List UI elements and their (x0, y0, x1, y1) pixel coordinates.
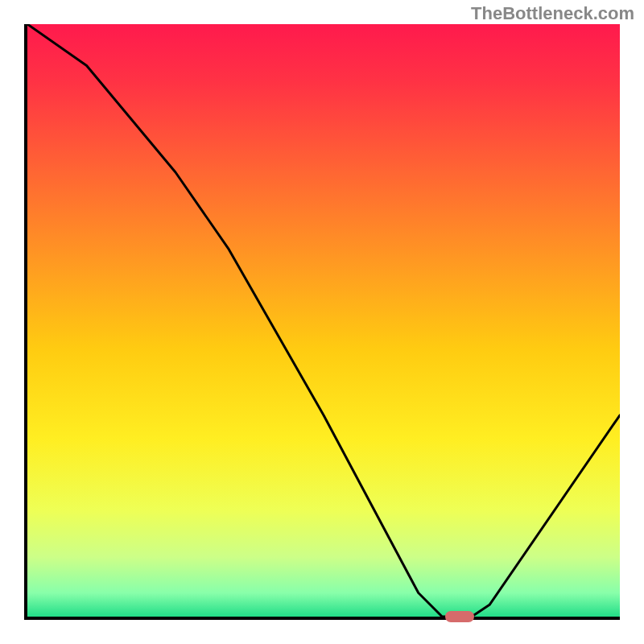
gradient-background (27, 24, 620, 617)
watermark-text: TheBottleneck.com (471, 3, 634, 24)
optimal-marker (445, 611, 474, 622)
chart-container: TheBottleneck.com (0, 0, 644, 644)
svg-rect-0 (27, 24, 620, 617)
plot-area (24, 24, 620, 620)
